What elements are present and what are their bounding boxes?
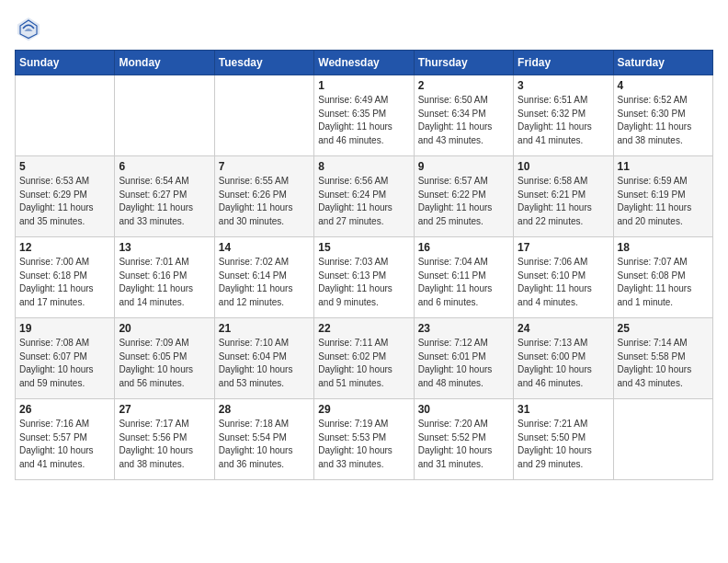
day-number: 23 — [418, 322, 509, 335]
column-header-sunday: Sunday — [16, 51, 115, 75]
week-row-1: 1Sunrise: 6:49 AM Sunset: 6:35 PM Daylig… — [16, 75, 713, 156]
day-number: 8 — [318, 160, 409, 173]
day-number: 25 — [618, 322, 709, 335]
day-info: Sunrise: 6:49 AM Sunset: 6:35 PM Dayligh… — [318, 94, 409, 147]
day-info: Sunrise: 7:09 AM Sunset: 6:05 PM Dayligh… — [119, 337, 210, 390]
column-header-monday: Monday — [115, 51, 214, 75]
calendar-cell: 8Sunrise: 6:56 AM Sunset: 6:24 PM Daylig… — [314, 156, 414, 237]
calendar-cell: 23Sunrise: 7:12 AM Sunset: 6:01 PM Dayli… — [414, 318, 513, 399]
calendar-cell: 17Sunrise: 7:06 AM Sunset: 6:10 PM Dayli… — [514, 237, 613, 318]
calendar-cell: 30Sunrise: 7:20 AM Sunset: 5:52 PM Dayli… — [414, 399, 513, 480]
day-info: Sunrise: 7:02 AM Sunset: 6:14 PM Dayligh… — [219, 256, 310, 309]
day-number: 28 — [219, 403, 310, 416]
day-info: Sunrise: 7:10 AM Sunset: 6:04 PM Dayligh… — [219, 337, 310, 390]
calendar-cell — [115, 75, 214, 156]
calendar-cell: 15Sunrise: 7:03 AM Sunset: 6:13 PM Dayli… — [314, 237, 414, 318]
day-number: 13 — [119, 241, 210, 254]
day-info: Sunrise: 7:08 AM Sunset: 6:07 PM Dayligh… — [19, 337, 110, 390]
day-info: Sunrise: 7:12 AM Sunset: 6:01 PM Dayligh… — [418, 337, 509, 390]
calendar-cell: 18Sunrise: 7:07 AM Sunset: 6:08 PM Dayli… — [613, 237, 712, 318]
calendar-cell: 5Sunrise: 6:53 AM Sunset: 6:29 PM Daylig… — [16, 156, 115, 237]
calendar-cell: 29Sunrise: 7:19 AM Sunset: 5:53 PM Dayli… — [314, 399, 414, 480]
day-number: 16 — [418, 241, 509, 254]
day-info: Sunrise: 6:59 AM Sunset: 6:19 PM Dayligh… — [618, 175, 709, 228]
day-number: 9 — [418, 160, 509, 173]
logo — [15, 15, 46, 42]
week-row-2: 5Sunrise: 6:53 AM Sunset: 6:29 PM Daylig… — [16, 156, 713, 237]
day-number: 5 — [19, 160, 110, 173]
day-number: 30 — [418, 403, 509, 416]
header-row: SundayMondayTuesdayWednesdayThursdayFrid… — [16, 51, 713, 75]
column-header-wednesday: Wednesday — [314, 51, 414, 75]
calendar-cell: 24Sunrise: 7:13 AM Sunset: 6:00 PM Dayli… — [514, 318, 613, 399]
day-number: 31 — [518, 403, 609, 416]
day-info: Sunrise: 6:51 AM Sunset: 6:32 PM Dayligh… — [518, 94, 609, 147]
day-number: 22 — [318, 322, 409, 335]
calendar-cell: 2Sunrise: 6:50 AM Sunset: 6:34 PM Daylig… — [414, 75, 513, 156]
day-info: Sunrise: 7:16 AM Sunset: 5:57 PM Dayligh… — [19, 418, 110, 471]
day-number: 3 — [518, 79, 609, 92]
calendar-cell: 14Sunrise: 7:02 AM Sunset: 6:14 PM Dayli… — [214, 237, 313, 318]
day-info: Sunrise: 7:17 AM Sunset: 5:56 PM Dayligh… — [119, 418, 210, 471]
day-number: 17 — [518, 241, 609, 254]
day-info: Sunrise: 7:06 AM Sunset: 6:10 PM Dayligh… — [518, 256, 609, 309]
calendar-table: SundayMondayTuesdayWednesdayThursdayFrid… — [15, 50, 713, 480]
calendar-cell: 7Sunrise: 6:55 AM Sunset: 6:26 PM Daylig… — [214, 156, 313, 237]
calendar-cell: 27Sunrise: 7:17 AM Sunset: 5:56 PM Dayli… — [115, 399, 214, 480]
day-number: 6 — [119, 160, 210, 173]
day-info: Sunrise: 7:11 AM Sunset: 6:02 PM Dayligh… — [318, 337, 409, 390]
day-number: 27 — [119, 403, 210, 416]
day-number: 10 — [518, 160, 609, 173]
logo-icon — [15, 15, 42, 42]
day-number: 26 — [19, 403, 110, 416]
day-info: Sunrise: 7:19 AM Sunset: 5:53 PM Dayligh… — [318, 418, 409, 471]
week-row-4: 19Sunrise: 7:08 AM Sunset: 6:07 PM Dayli… — [16, 318, 713, 399]
day-number: 15 — [318, 241, 409, 254]
calendar-cell: 22Sunrise: 7:11 AM Sunset: 6:02 PM Dayli… — [314, 318, 414, 399]
page-header — [15, 15, 713, 42]
calendar-cell: 25Sunrise: 7:14 AM Sunset: 5:58 PM Dayli… — [613, 318, 712, 399]
calendar-cell: 28Sunrise: 7:18 AM Sunset: 5:54 PM Dayli… — [214, 399, 313, 480]
calendar-cell: 11Sunrise: 6:59 AM Sunset: 6:19 PM Dayli… — [613, 156, 712, 237]
calendar-cell: 26Sunrise: 7:16 AM Sunset: 5:57 PM Dayli… — [16, 399, 115, 480]
day-info: Sunrise: 7:21 AM Sunset: 5:50 PM Dayligh… — [518, 418, 609, 471]
day-number: 11 — [618, 160, 709, 173]
day-info: Sunrise: 7:18 AM Sunset: 5:54 PM Dayligh… — [219, 418, 310, 471]
day-info: Sunrise: 6:50 AM Sunset: 6:34 PM Dayligh… — [418, 94, 509, 147]
day-number: 2 — [418, 79, 509, 92]
calendar-cell: 3Sunrise: 6:51 AM Sunset: 6:32 PM Daylig… — [514, 75, 613, 156]
column-header-thursday: Thursday — [414, 51, 513, 75]
calendar-cell: 6Sunrise: 6:54 AM Sunset: 6:27 PM Daylig… — [115, 156, 214, 237]
calendar-cell: 31Sunrise: 7:21 AM Sunset: 5:50 PM Dayli… — [514, 399, 613, 480]
calendar-cell: 16Sunrise: 7:04 AM Sunset: 6:11 PM Dayli… — [414, 237, 513, 318]
day-number: 4 — [618, 79, 709, 92]
day-info: Sunrise: 6:55 AM Sunset: 6:26 PM Dayligh… — [219, 175, 310, 228]
day-number: 14 — [219, 241, 310, 254]
day-number: 1 — [318, 79, 409, 92]
day-info: Sunrise: 6:57 AM Sunset: 6:22 PM Dayligh… — [418, 175, 509, 228]
calendar-cell: 12Sunrise: 7:00 AM Sunset: 6:18 PM Dayli… — [16, 237, 115, 318]
calendar-cell: 1Sunrise: 6:49 AM Sunset: 6:35 PM Daylig… — [314, 75, 414, 156]
day-info: Sunrise: 6:58 AM Sunset: 6:21 PM Dayligh… — [518, 175, 609, 228]
week-row-5: 26Sunrise: 7:16 AM Sunset: 5:57 PM Dayli… — [16, 399, 713, 480]
day-info: Sunrise: 7:14 AM Sunset: 5:58 PM Dayligh… — [618, 337, 709, 390]
day-info: Sunrise: 7:01 AM Sunset: 6:16 PM Dayligh… — [119, 256, 210, 309]
day-info: Sunrise: 6:54 AM Sunset: 6:27 PM Dayligh… — [119, 175, 210, 228]
calendar-cell: 21Sunrise: 7:10 AM Sunset: 6:04 PM Dayli… — [214, 318, 313, 399]
calendar-cell: 9Sunrise: 6:57 AM Sunset: 6:22 PM Daylig… — [414, 156, 513, 237]
column-header-tuesday: Tuesday — [214, 51, 313, 75]
day-number: 7 — [219, 160, 310, 173]
calendar-cell — [16, 75, 115, 156]
calendar-cell — [613, 399, 712, 480]
calendar-cell: 19Sunrise: 7:08 AM Sunset: 6:07 PM Dayli… — [16, 318, 115, 399]
week-row-3: 12Sunrise: 7:00 AM Sunset: 6:18 PM Dayli… — [16, 237, 713, 318]
day-info: Sunrise: 7:03 AM Sunset: 6:13 PM Dayligh… — [318, 256, 409, 309]
day-info: Sunrise: 7:00 AM Sunset: 6:18 PM Dayligh… — [19, 256, 110, 309]
calendar-cell: 13Sunrise: 7:01 AM Sunset: 6:16 PM Dayli… — [115, 237, 214, 318]
day-number: 21 — [219, 322, 310, 335]
day-number: 20 — [119, 322, 210, 335]
day-number: 12 — [19, 241, 110, 254]
calendar-cell: 20Sunrise: 7:09 AM Sunset: 6:05 PM Dayli… — [115, 318, 214, 399]
day-info: Sunrise: 7:13 AM Sunset: 6:00 PM Dayligh… — [518, 337, 609, 390]
calendar-cell — [214, 75, 313, 156]
